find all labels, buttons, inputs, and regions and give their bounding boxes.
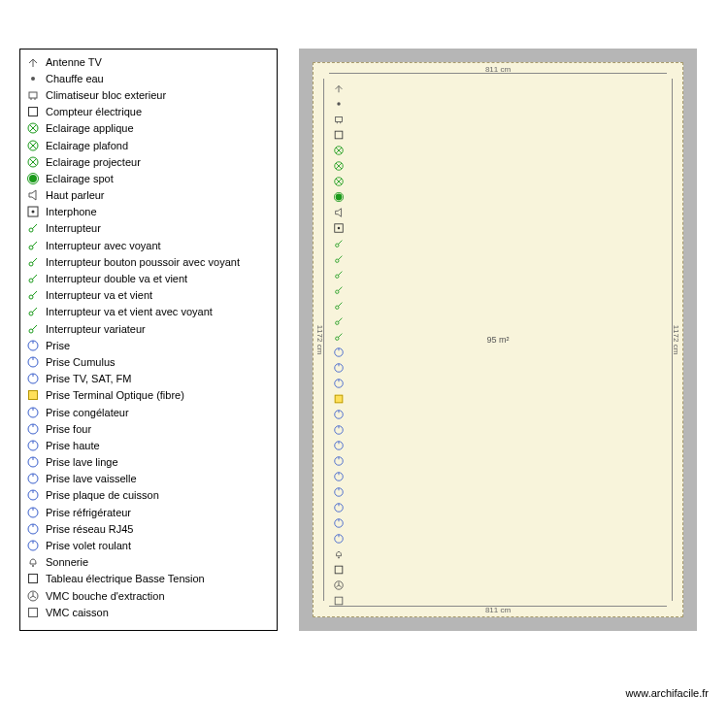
switch-icon — [26, 221, 40, 235]
svg-marker-17 — [29, 190, 36, 200]
svg-rect-3 — [29, 92, 37, 98]
legend-item: Eclairage projecteur — [26, 153, 271, 170]
svg-point-84 — [335, 275, 338, 278]
legend-item: Interrupteur va et vient — [26, 287, 271, 304]
svg-point-106 — [334, 456, 343, 465]
placed-circle-x — [331, 174, 346, 188]
legend-item: Interphone — [26, 204, 271, 220]
square-icon — [26, 105, 40, 118]
svg-line-33 — [32, 325, 37, 330]
switch-var-icon — [26, 322, 40, 336]
legend-label: Haut parleur — [46, 189, 105, 201]
legend-label: Prise lave vaisselle — [46, 473, 137, 484]
legend-item: Prise TV, SAT, FM — [26, 371, 271, 387]
legend-label: Compteur électrique — [46, 106, 142, 117]
legend-item: Prise lave linge — [26, 454, 271, 471]
placed-fan — [331, 578, 346, 592]
legend-label: Interrupteur va et vient — [46, 289, 152, 301]
prise-icon — [26, 339, 40, 352]
fan-icon — [26, 589, 40, 603]
legend-item: Prise congélateur — [26, 404, 271, 420]
legend-label: Eclairage projecteur — [46, 156, 141, 168]
legend-label: Chauffe eau — [46, 73, 104, 84]
square-dot-icon — [26, 205, 40, 218]
svg-line-85 — [338, 271, 342, 275]
legend-panel: Antenne TVChauffe eauClimatiseur bloc ex… — [19, 49, 278, 631]
area-label: 95 m² — [486, 335, 509, 345]
prise-icon — [26, 488, 40, 502]
svg-point-102 — [334, 425, 343, 434]
svg-point-100 — [334, 410, 343, 418]
svg-point-94 — [334, 347, 343, 356]
placed-circle-x — [331, 158, 346, 173]
switch-vav-icon — [26, 305, 40, 318]
svg-line-31 — [32, 308, 37, 313]
dot-icon — [26, 72, 40, 85]
antenna-icon — [26, 55, 40, 69]
plan-wrap: 811 cm 811 cm 1172 cm 1172 cm 95 m² — [287, 49, 709, 631]
svg-point-98 — [334, 379, 343, 387]
svg-point-79 — [337, 226, 340, 229]
placed-square — [331, 593, 346, 608]
placed-prise — [331, 531, 346, 546]
svg-line-27 — [32, 275, 37, 280]
legend-item: Interrupteur variateur — [26, 320, 271, 337]
legend-label: Prise four — [46, 423, 91, 435]
legend-item: Antenne TV — [26, 53, 271, 70]
switch-va-icon — [26, 288, 40, 302]
circle-x-icon — [26, 155, 40, 169]
legend-label: Antenne TV — [46, 56, 102, 68]
placed-prise — [331, 469, 346, 483]
placed-prise — [331, 345, 346, 359]
placed-prise — [331, 422, 346, 437]
svg-point-82 — [335, 259, 338, 262]
legend-label: Interrupteur variateur — [46, 323, 146, 335]
placed-speaker — [331, 205, 346, 219]
placed-prise — [331, 376, 346, 390]
spot-icon — [26, 172, 40, 185]
plan-room: 811 cm 811 cm 1172 cm 1172 cm 95 m² — [313, 62, 683, 617]
svg-point-80 — [335, 244, 338, 247]
legend-item: VMC caisson — [26, 604, 271, 620]
svg-line-29 — [32, 291, 37, 296]
svg-point-112 — [334, 503, 343, 512]
switch-dv-icon — [26, 272, 40, 285]
legend-label: Prise volet roulant — [46, 540, 131, 551]
circle-x-icon — [26, 121, 40, 135]
legend-label: Interrupteur va et vient avec voyant — [46, 306, 213, 317]
legend-item: VMC bouche d'extraction — [26, 587, 271, 604]
dimension-bottom: 811 cm — [485, 606, 511, 614]
svg-line-73 — [336, 179, 342, 184]
placed-switch-dv — [331, 282, 346, 297]
placed-clim — [331, 112, 346, 126]
placed-switch-var — [331, 329, 346, 344]
svg-point-116 — [334, 534, 343, 543]
legend-label: VMC caisson — [46, 607, 109, 618]
legend-item: Eclairage plafond — [26, 137, 271, 153]
prise-icon — [26, 355, 40, 369]
main-container: Antenne TVChauffe eauClimatiseur bloc ex… — [0, 0, 728, 650]
svg-line-93 — [338, 333, 342, 337]
svg-point-114 — [334, 518, 343, 527]
legend-label: Interrupteur bouton poussoir avec voyant — [46, 256, 240, 268]
svg-line-89 — [338, 302, 342, 306]
legend-item: Interrupteur bouton poussoir avec voyant — [26, 253, 271, 270]
legend-label: Tableau électrique Basse Tension — [46, 573, 205, 584]
placed-prise — [331, 360, 346, 375]
legend-item: Interrupteur va et vient avec voyant — [26, 304, 271, 320]
prise-icon — [26, 372, 40, 385]
placed-prise — [331, 407, 346, 421]
legend-item: Eclairage spot — [26, 170, 271, 186]
placed-switch-bp — [331, 267, 346, 281]
legend-label: Interphone — [46, 206, 97, 217]
prise-icon — [26, 506, 40, 519]
svg-marker-77 — [335, 208, 341, 216]
placed-prise — [331, 500, 346, 514]
legend-item: Prise Cumulus — [26, 353, 271, 370]
legend-label: Eclairage plafond — [46, 140, 128, 151]
legend-item: Prise volet roulant — [26, 537, 271, 553]
svg-point-104 — [334, 441, 343, 449]
svg-point-86 — [335, 290, 338, 293]
placed-square — [331, 127, 346, 142]
placed-circle-x — [331, 143, 346, 157]
